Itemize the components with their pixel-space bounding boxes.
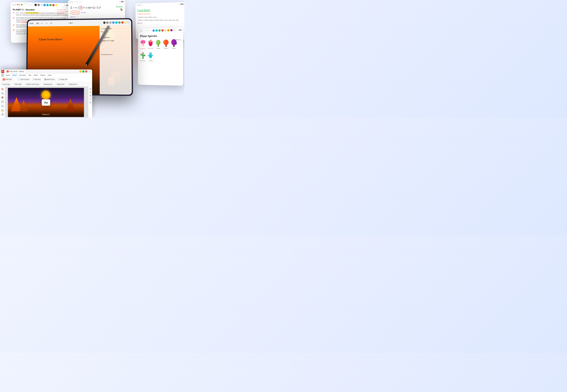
color-green[interactable] — [49, 4, 52, 6]
background-btn[interactable]: Background — [42, 83, 54, 86]
wps-minimize-btn[interactable] — [79, 70, 82, 73]
color-white[interactable] — [41, 4, 43, 6]
odd-page-btn[interactable]: Odd Page — [13, 83, 23, 86]
coral-toolbar-box — [141, 4, 142, 6]
font-dialog[interactable]: Aa — [42, 99, 50, 106]
edit-pdf-button[interactable]: ✏ Edit PDF — [1, 78, 13, 81]
pc-green[interactable] — [158, 29, 161, 32]
sigma-symbol: Σ — [70, 6, 72, 9]
tablet-tool-icons: ⌨ ✏ ⬡ ⚙ — [36, 21, 53, 25]
wps-toolbar-2: Crop Page | Odd Page | Header and Footer… — [0, 82, 92, 86]
wps-menubar: Home Insert Comment Edit Panel Protect T… — [0, 73, 92, 77]
add-text-btn[interactable]: T Add Text — [32, 78, 42, 81]
wps-maximize-btn[interactable] — [82, 70, 84, 73]
wps-titlebar: WPS P Comic Book - Setting + — [0, 70, 92, 73]
svg-line-9 — [152, 42, 153, 42]
grid-content: 1. Landing Site,Day Time 2. Nightfalls –… — [99, 26, 131, 57]
wps-document-content: Aa Planet Z — [5, 86, 88, 118]
right-tb-4[interactable]: ↕ — [89, 98, 92, 100]
menu-edit[interactable]: Edit — [27, 74, 32, 76]
menu-tools[interactable]: Tools — [47, 74, 53, 76]
pc-orange[interactable] — [167, 29, 169, 31]
orange-tree-label: Mature — [164, 48, 168, 49]
tc-black[interactable] — [103, 22, 105, 24]
sidebar-attach[interactable]: 📎 — [1, 104, 4, 108]
wps-tab[interactable]: P Comic Book - Setting — [5, 70, 25, 73]
pc-blue[interactable] — [152, 29, 155, 32]
color-yellow[interactable] — [55, 4, 57, 6]
sidebar-bookmark[interactable]: 🔖 — [1, 87, 4, 91]
pen-icon[interactable]: ✏ — [40, 21, 44, 25]
menu-hamburger-icon[interactable] — [1, 74, 4, 76]
header-footer-btn[interactable]: Header and Footer — [25, 83, 41, 86]
tab-title: Comic Book - Setting — [9, 70, 24, 72]
menu-protect[interactable]: Protect — [39, 74, 46, 76]
pc-red[interactable] — [161, 29, 164, 31]
item-num-4: 04 — [13, 29, 15, 35]
sidebar-comments[interactable]: 💬 — [1, 100, 4, 103]
wps-new-tab-btn[interactable]: + — [88, 70, 91, 73]
max-dot[interactable] — [21, 4, 23, 5]
close-dot[interactable] — [17, 4, 18, 5]
pc-more[interactable]: + — [173, 29, 175, 31]
color-cyan[interactable] — [46, 4, 49, 6]
cactus-shape — [140, 52, 146, 59]
wps-logo: WPS — [1, 70, 4, 73]
tablet-color-row: + — [103, 21, 129, 24]
menu-insert[interactable]: Insert — [12, 74, 18, 76]
add-text-group: T Add Text — [32, 78, 42, 81]
keyboard-icon[interactable]: ⌨ — [36, 21, 39, 25]
coral-title: Coral Reefs — [137, 8, 183, 12]
color-red[interactable] — [52, 4, 55, 6]
right-tb-3[interactable]: ⊞ — [89, 94, 92, 97]
wifi-icon: ▲ — [64, 4, 65, 6]
edit-content-label: Edit Content — [21, 79, 29, 80]
toolbar-sep-5: | — [54, 83, 55, 85]
menu-panel[interactable]: Panel — [33, 74, 39, 76]
creature-label: Sapling — [149, 60, 152, 61]
tc-more[interactable]: + — [127, 21, 129, 23]
tc-blue[interactable] — [112, 21, 114, 24]
pc-cyan[interactable] — [155, 29, 158, 32]
wipe-off-btn[interactable]: ⬜ Wipe Off — [57, 78, 68, 81]
plant-wifi: ▲ — [177, 29, 178, 31]
tc-green[interactable] — [118, 21, 121, 24]
tab-dot-2 — [70, 22, 71, 24]
sidebar-sign[interactable]: ✍ — [1, 109, 4, 112]
sidebar-layers[interactable]: 📚 — [1, 96, 4, 99]
wps-close-btn[interactable] — [85, 70, 87, 73]
edit-content-btn[interactable]: 📄 Edit Content — [17, 78, 30, 81]
color-black[interactable] — [34, 4, 37, 6]
tc-lightgray[interactable] — [109, 21, 111, 24]
settings-icon[interactable]: ⚙ — [49, 21, 53, 25]
sidebar-music[interactable]: 🎵 — [1, 113, 4, 116]
lasso-icon[interactable]: ⬡ — [45, 21, 48, 25]
add-picture-label: Add Picture — [46, 79, 55, 80]
attachment-btn[interactable]: Attachment — [68, 83, 78, 86]
crop-page-btn[interactable]: Crop Page — [1, 83, 11, 86]
pc-yellow[interactable] — [164, 29, 166, 31]
right-tb-2[interactable]: ⊖ — [89, 91, 92, 94]
hamburger-line-2 — [1, 75, 4, 75]
add-picture-btn[interactable]: 🖼 Add Picture — [43, 78, 56, 81]
pc-purple[interactable] — [170, 29, 173, 31]
color-blue[interactable] — [43, 4, 46, 6]
tc-gray[interactable] — [106, 22, 109, 24]
menu-comment[interactable]: Comment — [18, 74, 27, 76]
tc-yellow[interactable] — [124, 21, 126, 24]
sidebar-search[interactable]: 🔍 — [1, 92, 4, 95]
min-dot[interactable] — [19, 4, 20, 5]
svg-point-15 — [163, 40, 166, 43]
plant-tb-3 — [149, 30, 151, 31]
menu-home[interactable]: Home — [5, 74, 11, 76]
tc-red[interactable] — [121, 21, 124, 24]
tc-cyan[interactable] — [115, 21, 118, 24]
watermark-btn[interactable]: Watermark — [55, 83, 66, 86]
purple-annot: n(n+1) — [70, 16, 75, 18]
color-gray[interactable] — [37, 4, 40, 6]
right-tb-1[interactable]: ⊕ — [89, 87, 92, 90]
hamburger-line-3 — [1, 76, 4, 76]
plant-creature: Sapling — [147, 52, 154, 61]
math-right-annotations: Biomes 🦆 — [116, 5, 123, 11]
right-tb-5[interactable]: ⊙ — [89, 101, 92, 104]
